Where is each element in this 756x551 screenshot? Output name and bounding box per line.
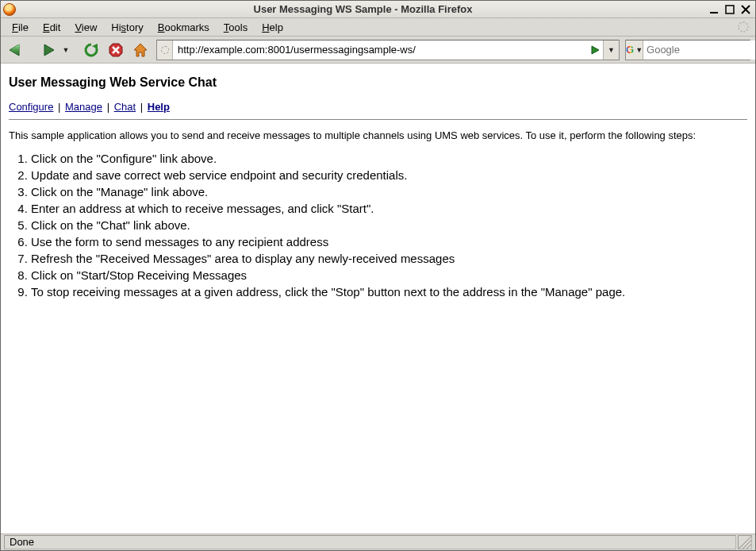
page-title: User Messaging Web Service Chat	[9, 75, 747, 90]
menu-file-rest: ile	[18, 21, 29, 33]
search-input[interactable]	[643, 40, 756, 60]
menu-tools[interactable]: Tools	[217, 20, 254, 35]
svg-marker-7	[92, 44, 98, 49]
list-item: Click on "Start/Stop Receiving Messages	[31, 268, 747, 283]
close-button[interactable]	[739, 4, 752, 15]
window-title: User Messaging WS Sample - Mozilla Firef…	[18, 3, 708, 15]
activity-throbber-icon	[736, 20, 750, 34]
steps-list: Click on the "Configure" link above. Upd…	[31, 151, 747, 299]
list-item: To stop receiving messages at a given ad…	[31, 284, 747, 299]
search-engine-button[interactable]: G▼	[626, 40, 643, 60]
separator: |	[140, 101, 143, 113]
navigation-toolbar: ▼ ▼ G▼	[1, 37, 755, 64]
status-bar: Done	[1, 533, 755, 550]
stop-button[interactable]	[106, 40, 126, 60]
window-buttons	[708, 4, 755, 15]
svg-marker-5	[10, 44, 19, 56]
reload-button[interactable]	[81, 40, 102, 60]
link-manage[interactable]: Manage	[65, 101, 102, 113]
list-item: Enter an address at which to receive mes…	[31, 201, 747, 216]
location-bar[interactable]: ▼	[156, 40, 620, 60]
menu-file[interactable]: File	[6, 20, 35, 35]
svg-marker-6	[44, 44, 54, 56]
horizontal-rule	[9, 119, 747, 120]
menu-edit[interactable]: Edit	[36, 20, 67, 35]
firefox-icon	[3, 3, 16, 16]
status-text: Done	[4, 535, 736, 549]
separator: |	[107, 101, 109, 113]
forward-dropdown[interactable]: ▼	[62, 40, 70, 60]
svg-marker-11	[134, 44, 147, 56]
go-button[interactable]	[587, 44, 603, 56]
chevron-down-icon: ▼	[635, 46, 643, 54]
google-icon: G	[626, 44, 634, 56]
window-titlebar: User Messaging WS Sample - Mozilla Firef…	[1, 1, 755, 18]
maximize-button[interactable]	[723, 4, 736, 15]
menu-help[interactable]: Help	[255, 20, 290, 35]
page-nav-links: Configure | Manage | Chat | Help	[9, 101, 747, 113]
list-item: Click on the "Chat" link above.	[31, 218, 747, 233]
menu-history[interactable]: History	[105, 20, 149, 35]
menu-view[interactable]: View	[68, 20, 103, 35]
list-item: Update and save correct web service endp…	[31, 168, 747, 183]
url-history-dropdown[interactable]: ▼	[603, 40, 619, 60]
list-item: Click on the "Configure" link above.	[31, 151, 747, 166]
menu-bookmarks[interactable]: Bookmarks	[152, 20, 216, 35]
list-item: Use the form to send messages to any rec…	[31, 234, 747, 249]
search-box[interactable]: G▼	[625, 40, 750, 60]
site-identity-icon[interactable]	[157, 40, 173, 60]
content-area: User Messaging Web Service Chat Configur…	[1, 64, 755, 533]
menubar: File Edit View History Bookmarks Tools H…	[1, 18, 755, 37]
home-button[interactable]	[130, 40, 151, 60]
page-body: User Messaging Web Service Chat Configur…	[1, 64, 755, 309]
list-item: Click on the "Manage" link above.	[31, 184, 747, 199]
svg-rect-1	[726, 6, 734, 13]
forward-button[interactable]	[37, 40, 58, 60]
link-help[interactable]: Help	[148, 101, 170, 113]
link-configure[interactable]: Configure	[9, 101, 53, 113]
link-chat[interactable]: Chat	[114, 101, 136, 113]
url-input[interactable]	[173, 40, 587, 60]
back-button[interactable]	[6, 40, 26, 60]
list-item: Refresh the "Received Messages" area to …	[31, 251, 747, 266]
separator: |	[58, 101, 60, 113]
resize-grip-icon[interactable]	[738, 535, 752, 549]
intro-text: This sample application allows you to se…	[9, 129, 747, 141]
minimize-button[interactable]	[708, 4, 720, 15]
svg-marker-12	[592, 46, 599, 54]
